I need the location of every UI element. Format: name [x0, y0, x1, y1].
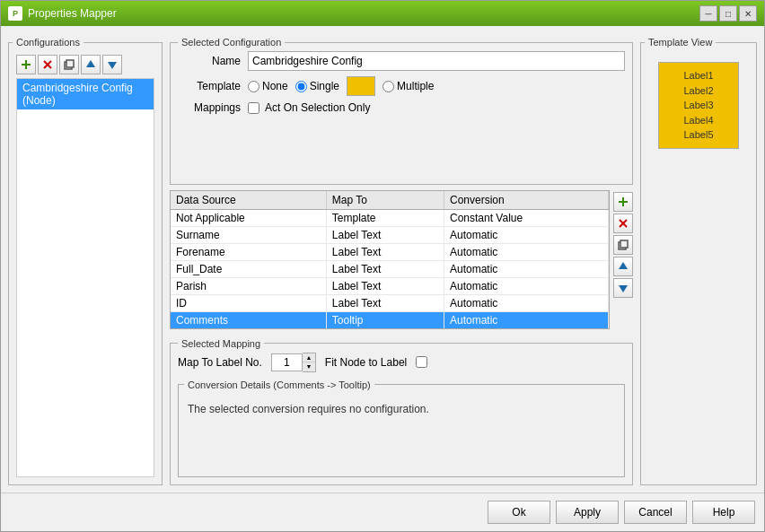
cell-conversion: Automatic: [444, 294, 609, 311]
move-config-up-button[interactable]: [81, 55, 101, 74]
cell-source: ID: [171, 294, 326, 311]
cell-map-to: Label Text: [326, 226, 444, 243]
act-on-selection-label: Act On Selection Only: [265, 101, 370, 114]
radio-none-option[interactable]: None: [248, 80, 288, 92]
svg-marker-15: [619, 285, 628, 292]
template-label-1: Label1: [668, 68, 729, 83]
up-arrow-icon: [85, 59, 96, 70]
table-row[interactable]: Parish Label Text Automatic: [171, 277, 609, 294]
act-on-selection-checkbox[interactable]: [248, 102, 259, 114]
window-title: Properties Mapper: [28, 7, 117, 20]
minimize-button[interactable]: ─: [699, 5, 717, 22]
table-action-buttons: [613, 190, 633, 329]
up-mapping-icon: [618, 261, 629, 272]
template-color-button[interactable]: [347, 76, 375, 96]
title-bar: P Properties Mapper ─ □ ✕: [1, 1, 764, 26]
template-label-4: Label4: [668, 113, 729, 128]
move-config-down-button[interactable]: [102, 55, 122, 74]
label-no-input[interactable]: [271, 353, 303, 371]
template-label-3: Label3: [668, 98, 729, 113]
main-content: Configurations: [1, 26, 764, 493]
radio-single-option[interactable]: Single: [295, 80, 339, 92]
move-mapping-down-button[interactable]: [613, 278, 633, 298]
middle-panel: Selected Configuration Name Template Non…: [170, 33, 633, 485]
bottom-bar: Ok Apply Cancel Help: [1, 493, 764, 531]
cell-map-to: Label Text: [326, 277, 444, 294]
config-list: Cambridgeshire Config (Node): [16, 78, 154, 477]
config-item[interactable]: Cambridgeshire Config (Node): [17, 79, 154, 109]
template-view-group: Template View Label1 Label2 Label3 Label…: [640, 37, 757, 485]
radio-multiple-option[interactable]: Multiple: [382, 80, 434, 92]
radio-none[interactable]: [248, 81, 259, 92]
properties-mapper-window: P Properties Mapper ─ □ ✕ Configurations: [0, 0, 765, 532]
table-row[interactable]: ID Label Text Automatic: [171, 294, 609, 311]
add-config-button[interactable]: [16, 55, 36, 74]
template-node-container: Label1 Label2 Label3 Label4 Label5: [645, 58, 752, 153]
col-conversion: Conversion: [444, 191, 609, 210]
col-data-source: Data Source: [171, 191, 326, 210]
selected-mapping-legend: Selected Mapping: [178, 338, 264, 349]
app-icon: P: [8, 6, 22, 21]
svg-rect-1: [22, 64, 31, 65]
cell-map-to: Label Text: [326, 294, 444, 311]
table-row[interactable]: Full_Date Label Text Automatic: [171, 260, 609, 277]
add-mapping-icon: [618, 196, 629, 207]
template-label: Template: [178, 80, 241, 92]
name-row: Name: [178, 51, 625, 71]
delete-mapping-button[interactable]: [613, 214, 633, 233]
cell-map-to: Template: [326, 209, 444, 226]
cell-source: Comments: [171, 311, 326, 328]
spinner-down-button[interactable]: ▼: [303, 362, 315, 371]
table-row-selected[interactable]: Comments Tooltip Automatic: [171, 311, 609, 328]
copy-mapping-icon: [618, 240, 629, 250]
svg-marker-7: [108, 62, 117, 69]
template-row: Template None Single Mul: [178, 76, 625, 96]
delete-config-button[interactable]: [38, 55, 57, 74]
mappings-table: Data Source Map To Conversion Not Applic…: [171, 191, 609, 328]
table-header: Data Source Map To Conversion: [171, 191, 609, 210]
spinner-up-button[interactable]: ▲: [303, 353, 315, 362]
cell-conversion: Constant Value: [444, 209, 609, 226]
copy-mapping-button[interactable]: [613, 235, 633, 255]
svg-marker-14: [619, 262, 628, 269]
col-map-to: Map To: [326, 191, 444, 210]
radio-multiple[interactable]: [382, 81, 394, 92]
help-button[interactable]: Help: [692, 501, 755, 524]
ok-button[interactable]: Ok: [488, 501, 550, 524]
left-panel: Configurations: [8, 33, 163, 485]
add-icon: [21, 59, 31, 70]
cell-source: Surname: [171, 226, 326, 243]
name-input[interactable]: [248, 51, 625, 71]
table-row[interactable]: Forename Label Text Automatic: [171, 243, 609, 260]
cell-source: Parish: [171, 277, 326, 294]
radio-single-label: Single: [310, 80, 339, 92]
template-radio-group: None Single Multiple: [248, 76, 434, 96]
table-row[interactable]: Surname Label Text Automatic: [171, 226, 609, 243]
svg-rect-13: [620, 240, 628, 248]
data-table: Data Source Map To Conversion Not Applic…: [171, 191, 609, 328]
down-arrow-icon: [107, 59, 118, 70]
radio-single[interactable]: [295, 81, 307, 92]
selected-configuration-group: Selected Configuration Name Template Non…: [170, 37, 633, 185]
close-button[interactable]: ✕: [739, 5, 757, 22]
label-no-spinner: ▲ ▼: [271, 353, 316, 372]
fit-node-label: Fit Node to Label: [325, 356, 407, 369]
fit-node-checkbox[interactable]: [416, 356, 427, 368]
header-row: Data Source Map To Conversion: [171, 191, 609, 210]
cancel-button[interactable]: Cancel: [624, 501, 687, 524]
configurations-panel: Configurations: [8, 37, 163, 485]
right-panel: Template View Label1 Label2 Label3 Label…: [640, 33, 757, 485]
table-row[interactable]: Not Applicable Template Constant Value: [171, 209, 609, 226]
title-buttons: ─ □ ✕: [699, 5, 757, 22]
cell-source: Forename: [171, 243, 326, 260]
cell-source: Not Applicable: [171, 209, 326, 226]
move-mapping-up-button[interactable]: [613, 257, 633, 276]
add-mapping-button[interactable]: [613, 192, 633, 212]
apply-button[interactable]: Apply: [556, 501, 619, 524]
copy-config-button[interactable]: [59, 55, 79, 74]
table-body: Not Applicable Template Constant Value S…: [171, 209, 609, 328]
cell-source: Full_Date: [171, 260, 326, 277]
maximize-button[interactable]: □: [719, 5, 737, 22]
cell-conversion: Automatic: [444, 243, 609, 260]
svg-rect-9: [619, 201, 628, 203]
